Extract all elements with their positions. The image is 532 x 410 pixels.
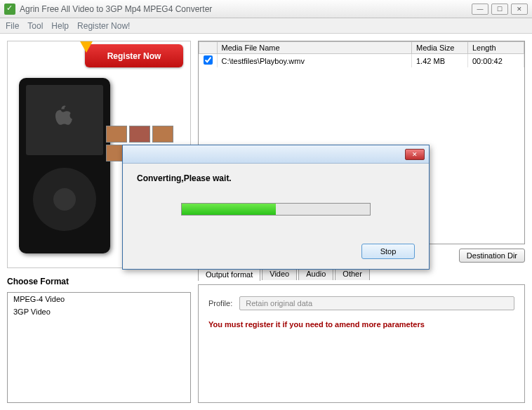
cell-size: 1.42 MB — [412, 54, 468, 68]
col-header-check[interactable] — [199, 42, 218, 54]
format-item-mpeg4[interactable]: MPEG-4 Video — [8, 293, 190, 305]
minimize-button[interactable]: — — [472, 4, 488, 15]
register-now-label: Register Now — [107, 51, 161, 61]
register-now-button[interactable]: Register Now — [85, 44, 183, 67]
choose-format-label: Choose Format — [7, 277, 191, 286]
cell-length: 00:00:42 — [468, 54, 524, 68]
download-arrow-icon — [79, 41, 93, 53]
col-header-length[interactable]: Length — [468, 42, 524, 54]
profile-value: Retain original data — [246, 299, 312, 308]
profile-select[interactable]: Retain original data — [239, 296, 514, 310]
output-panel: Profile: Retain original data You must r… — [198, 284, 525, 403]
format-item-3gp[interactable]: 3GP Video — [8, 305, 190, 318]
converting-dialog: ✕ Converting,Please wait. Stop — [122, 145, 430, 270]
row-checkbox[interactable] — [204, 55, 213, 65]
window-title: Agrin Free All Video to 3GP Mp4 MPEG4 Co… — [20, 4, 472, 14]
dialog-titlebar: ✕ — [123, 145, 429, 164]
col-header-size[interactable]: Media Size — [412, 42, 468, 54]
stop-button[interactable]: Stop — [361, 244, 415, 259]
titlebar: Agrin Free All Video to 3GP Mp4 MPEG4 Co… — [0, 0, 532, 18]
app-icon — [4, 4, 15, 15]
profile-label: Profile: — [208, 299, 232, 308]
cell-filename: C:\testfiles\Playboy.wmv — [217, 54, 412, 68]
format-list[interactable]: MPEG-4 Video 3GP Video — [7, 292, 191, 403]
maximize-button[interactable]: ☐ — [491, 4, 508, 15]
progress-bar — [181, 203, 371, 216]
col-header-name[interactable]: Media File Name — [217, 42, 412, 54]
menu-register[interactable]: Register Now! — [77, 21, 130, 31]
progress-fill — [182, 204, 276, 215]
destination-dir-button[interactable]: Destination Dir — [459, 249, 525, 263]
menu-tool[interactable]: Tool — [27, 21, 43, 31]
dialog-message: Converting,Please wait. — [137, 173, 415, 183]
window-controls: — ☐ ✕ — [472, 4, 528, 15]
menubar: File Tool Help Register Now! — [0, 18, 532, 34]
ipod-graphic — [19, 78, 110, 253]
apple-logo-icon — [51, 103, 79, 137]
menu-help[interactable]: Help — [51, 21, 69, 31]
dialog-close-button[interactable]: ✕ — [405, 149, 425, 160]
close-button[interactable]: ✕ — [511, 4, 528, 15]
table-row[interactable]: C:\testfiles\Playboy.wmv 1.42 MB 00:00:4… — [199, 54, 524, 68]
register-warning: You must register it if you need to amen… — [208, 320, 514, 329]
menu-file[interactable]: File — [6, 21, 19, 31]
